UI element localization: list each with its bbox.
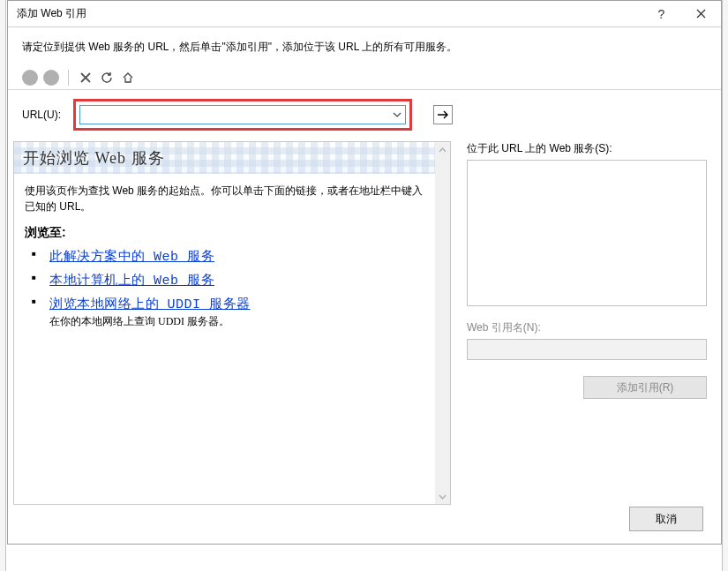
go-button[interactable] [433,105,453,124]
refname-label: Web 引用名(N): [467,320,707,335]
link-solution-services[interactable]: 此解决方案中的 Web 服务 [49,250,214,265]
url-input[interactable] [80,106,389,124]
link-local-services[interactable]: 本地计算机上的 Web 服务 [49,274,214,289]
forward-button[interactable] [43,70,59,86]
titlebar: 添加 Web 引用 ? [8,1,721,27]
list-item: 此解决方案中的 Web 服务 [41,244,435,268]
browse-pane: 开始浏览 Web 服务 使用该页作为查找 Web 服务的起始点。你可以单击下面的… [13,141,451,505]
scroll-track[interactable] [435,157,450,489]
instruction-text: 请定位到提供 Web 服务的 URL，然后单击"添加引用"，添加位于该 URL … [8,27,721,65]
services-label: 位于此 URL 上的 Web 服务(S): [467,141,707,156]
browse-heading: 开始浏览 Web 服务 [23,147,165,169]
refname-input [467,339,707,360]
right-column: 位于此 URL 上的 Web 服务(S): Web 引用名(N): 添加引用(R… [451,141,707,505]
chevron-up-icon [439,147,447,153]
refresh-button[interactable] [99,70,115,86]
back-button[interactable] [22,70,38,86]
browse-description: 使用该页作为查找 Web 服务的起始点。你可以单击下面的链接，或者在地址栏中键入… [14,174,435,220]
add-reference-button: 添加引用(R) [583,376,707,399]
body-columns: 开始浏览 Web 服务 使用该页作为查找 Web 服务的起始点。你可以单击下面的… [8,141,721,515]
toolbar-separator [68,70,69,86]
url-label: URL(U): [22,109,66,121]
home-button[interactable] [120,70,136,86]
close-button[interactable] [681,1,721,26]
chevron-down-icon [439,494,447,500]
stop-button[interactable] [78,70,94,86]
window-title: 添加 Web 引用 [17,6,642,21]
url-combobox[interactable] [79,105,406,124]
home-icon [122,71,134,84]
url-highlight-frame [73,99,412,131]
dialog-footer: 取消 [629,507,703,531]
browse-link-list: 此解决方案中的 Web 服务 本地计算机上的 Web 服务 浏览本地网络上的 U… [14,244,435,333]
refresh-icon [101,71,113,84]
services-listbox[interactable] [467,160,707,306]
help-button[interactable]: ? [642,1,681,26]
link-uddi-servers[interactable]: 浏览本地网络上的 UDDI 服务器 [49,297,251,312]
browse-content: 开始浏览 Web 服务 使用该页作为查找 Web 服务的起始点。你可以单击下面的… [14,142,435,504]
go-arrow-icon [437,110,449,119]
list-item: 本地计算机上的 Web 服务 [41,268,435,292]
close-icon [696,9,706,19]
link-uddi-sub: 在你的本地网络上查询 UDDI 服务器。 [49,314,435,329]
cancel-button[interactable]: 取消 [629,507,703,531]
bg-strip-right [722,0,728,571]
browser-toolbar [8,65,721,90]
vertical-scrollbar[interactable] [435,142,450,504]
url-dropdown-button[interactable] [389,106,405,124]
url-row: URL(U): [8,90,721,141]
scroll-up-button[interactable] [435,142,450,157]
browse-heading-bar: 开始浏览 Web 服务 [14,142,435,174]
chevron-down-icon [393,112,402,117]
bg-strip-left [0,0,6,571]
list-item: 浏览本地网络上的 UDDI 服务器 在你的本地网络上查询 UDDI 服务器。 [41,292,435,333]
stop-icon [79,71,92,84]
scroll-down-button[interactable] [435,489,450,504]
browse-section-label: 浏览至: [14,220,435,244]
add-web-reference-dialog: 添加 Web 引用 ? 请定位到提供 Web 服务的 URL，然后单击"添加引用… [7,0,722,545]
